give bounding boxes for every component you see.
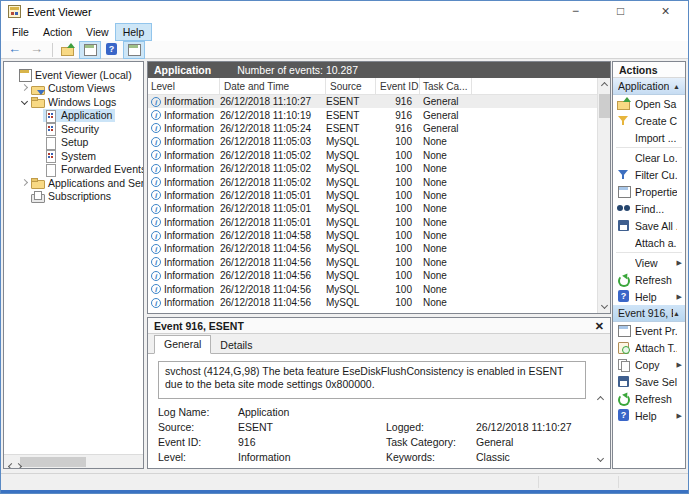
- scroll-down-icon[interactable]: [596, 455, 605, 464]
- tree-item[interactable]: Event Viewer (Local): [4, 68, 143, 82]
- toolbar-button[interactable]: [27, 42, 47, 58]
- table-row[interactable]: Information 26/12/2018 11:04:56 MySQL 10…: [148, 269, 597, 282]
- information-icon: [151, 150, 161, 160]
- tab-general[interactable]: General: [154, 335, 211, 354]
- action-item[interactable]: Save Sel... ▶: [613, 373, 685, 390]
- tree-item[interactable]: System: [4, 149, 143, 163]
- column-header-source[interactable]: Source: [326, 78, 376, 94]
- table-row[interactable]: Information 26/12/2018 11:05:02 MySQL 10…: [148, 162, 597, 175]
- table-row[interactable]: Information 26/12/2018 11:05:01 MySQL 10…: [148, 189, 597, 202]
- scroll-up-icon[interactable]: [600, 80, 609, 89]
- tree-item[interactable]: Forwarded Events: [4, 163, 143, 177]
- table-row[interactable]: Information 26/12/2018 11:04:58 MySQL 10…: [148, 229, 597, 242]
- tree-horizontal-scrollbar[interactable]: [4, 454, 143, 468]
- action-item[interactable]: Attach a... ▶: [613, 234, 685, 251]
- table-row[interactable]: Information 26/12/2018 11:05:02 MySQL 10…: [148, 175, 597, 188]
- action-item[interactable]: Properties ▶: [613, 183, 685, 200]
- actions-section-application[interactable]: Application ▲: [613, 78, 685, 95]
- action-item[interactable]: Copy ▶: [613, 356, 685, 373]
- tree-item[interactable]: Subscriptions: [4, 190, 143, 204]
- action-item[interactable]: Clear Lo... ▶: [613, 149, 685, 166]
- column-header-event-id[interactable]: Event ID: [376, 78, 420, 94]
- detail-scrollbar[interactable]: [594, 394, 608, 464]
- scroll-up-icon[interactable]: [596, 394, 605, 403]
- tree-item[interactable]: Application: [4, 109, 143, 123]
- expander-icon[interactable]: [20, 178, 30, 188]
- scrollbar-thumb[interactable]: [599, 94, 610, 118]
- scroll-down-icon[interactable]: [600, 302, 609, 311]
- tree-item[interactable]: Applications and Services Log: [4, 176, 143, 190]
- table-row[interactable]: Information 26/12/2018 11:04:56 MySQL 10…: [148, 296, 597, 309]
- table-row[interactable]: Information 26/12/2018 11:05:03 MySQL 10…: [148, 135, 597, 148]
- information-icon: [151, 177, 161, 187]
- collapse-icon[interactable]: ▲: [673, 310, 680, 317]
- table-row[interactable]: Information 26/12/2018 11:05:02 MySQL 10…: [148, 149, 597, 162]
- column-header-date[interactable]: Date and Time: [220, 78, 326, 94]
- action-item[interactable]: Save All ... ▶: [613, 217, 685, 234]
- toolbar-button[interactable]: [5, 42, 25, 58]
- source-cell: MySQL: [326, 217, 376, 228]
- tree-item[interactable]: Windows Logs: [4, 95, 143, 109]
- collapse-icon[interactable]: ▲: [673, 83, 680, 90]
- expander-icon[interactable]: [20, 97, 30, 107]
- source-cell: MySQL: [326, 177, 376, 188]
- table-row[interactable]: Information 26/12/2018 11:04:56 MySQL 10…: [148, 282, 597, 295]
- event-actions: Event Pr... ▶ Attach T... ▶ Copy ▶ Save …: [613, 322, 685, 424]
- datetime-cell: 26/12/2018 11:04:58: [220, 230, 326, 241]
- table-row[interactable]: Information 26/12/2018 11:04:56 MySQL 10…: [148, 256, 597, 269]
- table-row[interactable]: Information 26/12/2018 11:05:01 MySQL 10…: [148, 216, 597, 229]
- column-header-task-category[interactable]: Task Ca...: [420, 78, 472, 94]
- task-category-cell: None: [420, 257, 472, 268]
- table-row[interactable]: Information 26/12/2018 11:04:56 MySQL 10…: [148, 242, 597, 255]
- action-item[interactable]: Help ▶: [613, 407, 685, 424]
- action-item[interactable]: Refresh ▶: [613, 271, 685, 288]
- expander-icon[interactable]: [20, 83, 30, 93]
- action-item[interactable]: Help ▶: [613, 288, 685, 305]
- menu-item[interactable]: Help: [116, 24, 152, 40]
- level-cell: Information: [164, 150, 214, 161]
- action-item[interactable]: View ▶: [613, 254, 685, 271]
- action-item[interactable]: Open Sa... ▶: [613, 95, 685, 112]
- table-row[interactable]: Information 26/12/2018 11:10:19 ESENT 91…: [148, 108, 597, 121]
- level-cell: Information: [164, 123, 214, 134]
- information-icon: [151, 231, 161, 241]
- task-category-value: General: [476, 436, 586, 449]
- action-item[interactable]: Refresh ▶: [613, 390, 685, 407]
- tree-item[interactable]: Security: [4, 122, 143, 136]
- action-item[interactable]: Event Pr... ▶: [613, 322, 685, 339]
- actions-section-event[interactable]: Event 916, ES ▲: [613, 305, 685, 322]
- menu-item[interactable]: File: [5, 24, 36, 40]
- table-row[interactable]: Information 26/12/2018 11:05:24 ESENT 91…: [148, 122, 597, 135]
- close-button[interactable]: ×: [643, 1, 688, 22]
- custom-views-icon: [31, 82, 45, 95]
- scroll-right-icon[interactable]: [15, 462, 24, 469]
- column-header-level[interactable]: Level: [148, 78, 220, 94]
- event-description[interactable]: svchost (4124,G,98) The beta feature Ese…: [158, 361, 586, 399]
- table-row[interactable]: Information 26/12/2018 11:10:27 ESENT 91…: [148, 95, 597, 108]
- event-rows: Information 26/12/2018 11:10:27 ESENT 91…: [148, 95, 597, 313]
- action-item[interactable]: Create C... ▶: [613, 112, 685, 129]
- toolbar-button[interactable]: [58, 42, 78, 58]
- minimize-button[interactable]: −: [553, 1, 598, 22]
- event-list-scrollbar[interactable]: [597, 78, 610, 313]
- toolbar-button[interactable]: [124, 42, 144, 58]
- table-row[interactable]: Information 26/12/2018 11:05:01 MySQL 10…: [148, 202, 597, 215]
- action-item[interactable]: Attach T... ▶: [613, 339, 685, 356]
- menu-item[interactable]: Action: [36, 24, 79, 40]
- action-item[interactable]: Find... ▶: [613, 200, 685, 217]
- scroll-left-icon[interactable]: [6, 462, 15, 469]
- column-header-row: Level Date and Time Source Event ID Task…: [148, 78, 610, 95]
- tree-item[interactable]: Custom Views: [4, 82, 143, 96]
- maximize-button[interactable]: □: [598, 1, 643, 22]
- tree-item[interactable]: Setup: [4, 136, 143, 150]
- event-id-cell: 100: [376, 177, 420, 188]
- close-preview-icon[interactable]: ✕: [595, 319, 604, 333]
- action-item[interactable]: Filter Cu... ▶: [613, 166, 685, 183]
- export-icon: [61, 43, 75, 56]
- toolbar-button[interactable]: [102, 42, 122, 58]
- scrollbar-thumb[interactable]: [20, 457, 86, 467]
- toolbar-button[interactable]: [80, 42, 100, 58]
- menu-item[interactable]: View: [79, 24, 116, 40]
- tab-details[interactable]: Details: [211, 337, 261, 354]
- action-item[interactable]: Import ... ▶: [613, 129, 685, 146]
